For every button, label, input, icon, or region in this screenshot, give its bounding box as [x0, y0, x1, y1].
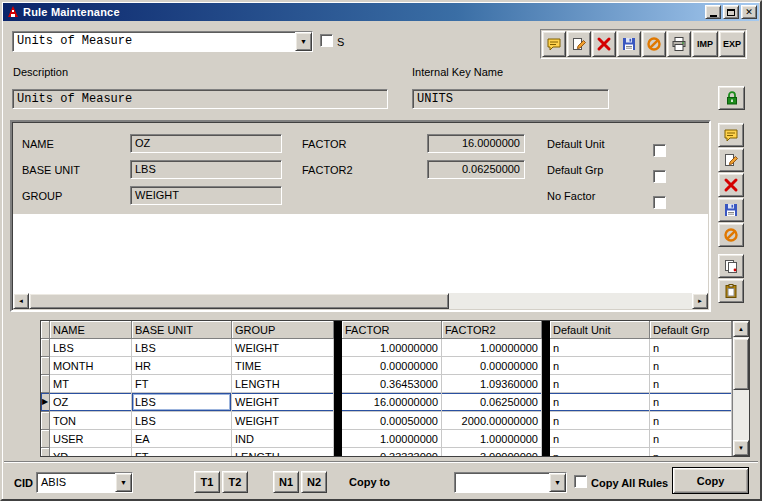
comment-record-button[interactable]: [718, 123, 744, 147]
cell-group[interactable]: LENGTH: [232, 448, 334, 457]
table-row-current[interactable]: ▶ OZ LBS WEIGHT 16.00000000 0.06250000 n…: [41, 393, 732, 412]
cell-base-unit[interactable]: LBS: [132, 412, 232, 430]
edit-button[interactable]: [567, 31, 591, 57]
cell-base-unit[interactable]: FT: [132, 375, 232, 393]
description-field[interactable]: Units of Measure: [12, 89, 388, 109]
detail-list-area[interactable]: [13, 214, 708, 293]
cell-group[interactable]: LENGTH: [232, 375, 334, 393]
cell-default-unit[interactable]: n: [550, 430, 650, 448]
cell-default-unit[interactable]: n: [550, 393, 650, 412]
cell-group[interactable]: WEIGHT: [232, 339, 334, 357]
table-row[interactable]: TON LBS WEIGHT 0.00050000 2000.00000000 …: [41, 412, 732, 430]
cell-default-grp[interactable]: n: [650, 357, 732, 375]
name-field[interactable]: OZ: [130, 134, 282, 153]
no-factor-checkbox[interactable]: [653, 196, 666, 209]
rule-type-combobox[interactable]: Units of Measure ▼: [12, 31, 313, 52]
scroll-left-button[interactable]: ◄: [13, 293, 29, 309]
cell-default-grp[interactable]: n: [650, 393, 732, 412]
default-unit-checkbox[interactable]: [653, 144, 666, 157]
factor-field[interactable]: 16.0000000: [427, 134, 525, 153]
column-header-factor2[interactable]: FACTOR2: [442, 321, 542, 339]
scroll-down-button[interactable]: ▼: [733, 440, 749, 456]
horizontal-scroll-thumb[interactable]: [29, 293, 449, 309]
cell-factor[interactable]: 0.33333000: [342, 448, 442, 457]
cell-default-unit[interactable]: n: [550, 339, 650, 357]
cell-name[interactable]: MT: [50, 375, 132, 393]
scroll-right-button[interactable]: ►: [692, 293, 708, 309]
internal-key-field[interactable]: UNITS: [412, 89, 609, 109]
titlebar[interactable]: Rule Maintenance ✕: [3, 3, 759, 21]
cell-name[interactable]: YD: [50, 448, 132, 457]
cell-factor2[interactable]: 2000.00000000: [442, 412, 542, 430]
export-button[interactable]: EXP: [719, 31, 745, 57]
table-row[interactable]: MONTH HR TIME 0.00000000 0.00000000 n n: [41, 357, 732, 375]
cell-default-grp[interactable]: n: [650, 430, 732, 448]
print-button[interactable]: [667, 31, 691, 57]
default-grp-checkbox[interactable]: [653, 170, 666, 183]
lock-button[interactable]: [718, 86, 745, 110]
column-header-default-grp[interactable]: Default Grp: [650, 321, 732, 339]
cell-default-grp[interactable]: n: [650, 412, 732, 430]
table-row[interactable]: USER EA IND 1.00000000 1.00000000 n n: [41, 430, 732, 448]
save-record-button[interactable]: [718, 198, 744, 222]
cell-default-unit[interactable]: n: [550, 448, 650, 457]
cell-group[interactable]: WEIGHT: [232, 412, 334, 430]
cell-base-unit[interactable]: LBS: [132, 339, 232, 357]
cell-default-unit[interactable]: n: [550, 357, 650, 375]
column-header-group[interactable]: GROUP: [232, 321, 334, 339]
table-row[interactable]: YD FT LENGTH 0.33333000 3.00000000 n n: [41, 448, 732, 457]
table-row[interactable]: MT FT LENGTH 0.36453000 1.09360000 n n: [41, 375, 732, 393]
cell-factor2[interactable]: 0.00000000: [442, 357, 542, 375]
cell-name[interactable]: LBS: [50, 339, 132, 357]
cell-factor2[interactable]: 1.00000000: [442, 339, 542, 357]
copy-to-combobox[interactable]: ▼: [454, 472, 567, 493]
minimize-button[interactable]: [705, 5, 721, 19]
cell-default-unit[interactable]: n: [550, 412, 650, 430]
scroll-up-button[interactable]: ▲: [733, 321, 749, 337]
cell-factor[interactable]: 0.36453000: [342, 375, 442, 393]
edit-record-button[interactable]: [718, 148, 744, 172]
s-checkbox[interactable]: [320, 34, 333, 47]
delete-button[interactable]: [592, 31, 616, 57]
group-field[interactable]: WEIGHT: [130, 186, 282, 205]
factor2-field[interactable]: 0.06250000: [427, 160, 525, 179]
copy-record-button[interactable]: [718, 254, 744, 278]
cell-factor[interactable]: 1.00000000: [342, 430, 442, 448]
comment-button[interactable]: [542, 31, 566, 57]
cell-base-unit[interactable]: FT: [132, 448, 232, 457]
column-header-name[interactable]: NAME: [50, 321, 132, 339]
cancel-record-button[interactable]: [718, 223, 744, 247]
cell-default-unit[interactable]: n: [550, 375, 650, 393]
cell-default-grp[interactable]: n: [650, 448, 732, 457]
cell-group[interactable]: WEIGHT: [232, 393, 334, 412]
cell-base-unit[interactable]: EA: [132, 430, 232, 448]
chevron-down-icon[interactable]: ▼: [115, 473, 132, 492]
cell-factor2[interactable]: 1.00000000: [442, 430, 542, 448]
cell-factor[interactable]: 0.00050000: [342, 412, 442, 430]
grid-vertical-scrollbar[interactable]: ▲ ▼: [732, 321, 749, 456]
cell-group[interactable]: IND: [232, 430, 334, 448]
copy-all-rules-checkbox[interactable]: [574, 475, 587, 488]
t2-button[interactable]: T2: [222, 471, 248, 493]
n1-button[interactable]: N1: [273, 471, 299, 493]
table-row[interactable]: LBS LBS WEIGHT 1.00000000 1.00000000 n n: [41, 339, 732, 357]
column-header-factor[interactable]: FACTOR: [342, 321, 442, 339]
vertical-scroll-thumb[interactable]: [733, 338, 749, 390]
cell-base-unit-focused[interactable]: LBS: [132, 393, 232, 412]
import-button[interactable]: IMP: [692, 31, 718, 57]
cell-factor[interactable]: 0.00000000: [342, 357, 442, 375]
n2-button[interactable]: N2: [301, 471, 327, 493]
cell-base-unit[interactable]: HR: [132, 357, 232, 375]
cell-factor2[interactable]: 1.09360000: [442, 375, 542, 393]
column-header-default-unit[interactable]: Default Unit: [550, 321, 650, 339]
cancel-button[interactable]: [642, 31, 666, 57]
cell-name[interactable]: MONTH: [50, 357, 132, 375]
maximize-button[interactable]: [723, 5, 739, 19]
cid-combobox[interactable]: ABIS ▼: [36, 472, 133, 493]
cell-factor[interactable]: 16.00000000: [342, 393, 442, 412]
cell-name[interactable]: TON: [50, 412, 132, 430]
base-unit-field[interactable]: LBS: [130, 160, 282, 179]
cell-factor2[interactable]: 3.00000000: [442, 448, 542, 457]
cell-factor2[interactable]: 0.06250000: [442, 393, 542, 412]
close-button[interactable]: ✕: [741, 5, 757, 19]
